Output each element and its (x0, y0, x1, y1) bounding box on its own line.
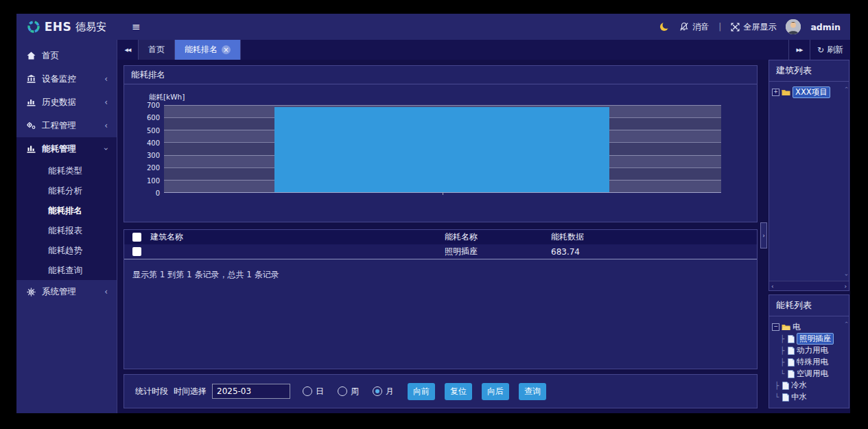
sidebar-item-home[interactable]: 首页 (16, 44, 117, 67)
mute-label: 消音 (692, 21, 709, 33)
avatar[interactable] (786, 19, 801, 34)
cell-energy-value: 683.74 (551, 247, 757, 257)
tree-label-electric[interactable]: 电 (793, 322, 801, 332)
table-panel: 建筑名称 能耗名称 能耗数据 照明插座 683.74 显示第 1 到第 1 条记… (124, 229, 758, 369)
reset-button[interactable]: 复位 (445, 383, 472, 400)
scroll-right-icon[interactable]: › (844, 283, 847, 290)
main-content: 能耗排名 能耗[kWh] 7006005004003002001000 (117, 60, 758, 413)
fullscreen-icon (731, 23, 740, 32)
energy-list-panel: 能耗列表 − 电 ├ (769, 294, 849, 408)
chart-x-tick (443, 192, 443, 195)
chevron-left-icon: ‹ (104, 97, 108, 107)
tree-label-cold-water[interactable]: 冷水 (791, 380, 807, 391)
moon-icon[interactable] (659, 21, 670, 32)
tree-label-hvac[interactable]: 空调用电 (797, 369, 828, 379)
right-sidebar: 建筑列表 + XXX项目 ‹ ‹ (769, 60, 850, 413)
sidebar-item-energy-analysis[interactable]: 能耗分析 (16, 181, 117, 200)
radio-month[interactable]: 月 (373, 386, 394, 397)
col-energy-value: 能耗数据 (551, 231, 757, 243)
chevron-left-icon: ‹ (104, 74, 108, 84)
select-all-checkbox[interactable] (132, 233, 141, 242)
tree-node-lighting[interactable]: ├ 照明插座 (780, 333, 846, 345)
sidebar-item-project-mgmt[interactable]: 工程管理 ‹ (16, 114, 117, 137)
sidebar-item-energy-trend[interactable]: 能耗趋势 (16, 240, 117, 260)
tab-home[interactable]: 首页 (139, 40, 175, 60)
sidebar-item-energy-report[interactable]: 能耗报表 (16, 220, 117, 240)
chevron-left-icon: ‹ (104, 121, 108, 130)
menu-toggle-icon[interactable]: ≡ (132, 21, 141, 33)
splitter-arrow-icon: › (762, 233, 764, 239)
splitter-handle[interactable]: › (760, 222, 767, 248)
building-list-panel: 建筑列表 + XXX项目 ‹ ‹ (769, 60, 849, 291)
query-button[interactable]: 查询 (519, 383, 546, 400)
tree-node-special[interactable]: ├ 特殊用电 (780, 356, 846, 368)
time-input[interactable] (212, 384, 290, 399)
tree-node-hvac[interactable]: └ 空调用电 (780, 368, 846, 380)
expander-icon[interactable]: + (772, 89, 779, 96)
tabs-scroll-right-button[interactable]: ▶▶ (788, 40, 810, 60)
logo-text-brand: 德易安 (75, 21, 106, 34)
app-logo: EHS 德易安 (16, 20, 117, 34)
time-select-label: 时间选择 (174, 386, 207, 397)
chart-plot (164, 105, 721, 193)
sidebar-item-system-mgmt[interactable]: 系统管理 ‹ (16, 280, 117, 303)
tabs-scroll-left-button[interactable]: ◀◀ (117, 40, 139, 60)
sidebar-item-history-data[interactable]: 历史数据 ‹ (16, 91, 117, 114)
tree-node-project[interactable]: + XXX项目 (772, 86, 846, 98)
topbar-actions: 消音 | 全屏显示 (659, 19, 850, 34)
tree-label-power[interactable]: 动力用电 (797, 345, 828, 356)
fullscreen-control[interactable]: 全屏显示 (731, 21, 776, 33)
radio-week[interactable]: 周 (338, 386, 359, 397)
prev-button[interactable]: 向前 (408, 383, 435, 400)
scroll-up-icon[interactable]: ‹ (843, 321, 849, 323)
next-button[interactable]: 向后 (482, 383, 509, 400)
tree-label-project[interactable]: XXX项目 (793, 86, 830, 98)
tab-close-icon[interactable]: × (222, 45, 231, 54)
expander-icon[interactable]: − (772, 323, 779, 331)
topbar-divider: | (718, 22, 721, 32)
left-sidebar: 首页 设备监控 ‹ 历史数据 ‹ (16, 40, 117, 413)
panel-title: 能耗排名 (124, 66, 757, 84)
tree-label-special[interactable]: 特殊用电 (797, 357, 828, 367)
fullscreen-label: 全屏显示 (743, 21, 776, 33)
tree-label-reclaimed-water[interactable]: 中水 (791, 392, 807, 402)
username[interactable]: admin (810, 22, 841, 32)
building-list-title: 建筑列表 (769, 60, 849, 82)
chart-y-tick: 600 (147, 114, 160, 121)
chart-y-axis-label: 能耗[kWh] (149, 93, 757, 102)
row-checkbox[interactable] (132, 247, 141, 256)
radio-day[interactable]: 日 (303, 386, 324, 397)
scroll-down-icon[interactable]: ‹ (843, 274, 849, 276)
scroll-left-icon[interactable]: ‹ (771, 283, 774, 290)
gears-icon (25, 121, 36, 130)
table-header-row: 建筑名称 能耗名称 能耗数据 (124, 230, 757, 244)
table-row[interactable]: 照明插座 683.74 (124, 244, 757, 259)
horizontal-scrollbar[interactable]: ‹ › (769, 281, 849, 290)
chart-bar[interactable] (274, 107, 609, 192)
sidebar-item-device-monitor[interactable]: 设备监控 ‹ (16, 67, 117, 91)
time-controls-panel: 统计时段 时间选择 日 周 月 (124, 374, 758, 408)
tree-node-cold-water[interactable]: ├ 冷水 (775, 380, 846, 391)
tab-energy-ranking[interactable]: 能耗排名 × (175, 40, 241, 60)
energy-chart-icon (25, 145, 36, 153)
sidebar-item-energy-mgmt[interactable]: 能耗管理 ‹ (16, 137, 117, 161)
tabbar: ◀◀ 首页 能耗排名 × ▶▶ ↻ 刷新 (117, 40, 850, 60)
scroll-up-icon[interactable]: ‹ (843, 86, 849, 89)
chevron-down-icon: ‹ (102, 148, 111, 151)
file-icon (782, 393, 789, 402)
mute-control[interactable]: 消音 (679, 21, 709, 33)
chart-y-tick: 100 (147, 176, 160, 184)
tree-node-reclaimed-water[interactable]: └ 中水 (775, 391, 846, 403)
sidebar-item-energy-type[interactable]: 能耗类型 (16, 161, 117, 181)
tree-node-electric[interactable]: − 电 (772, 321, 846, 333)
file-icon (788, 358, 795, 367)
chart-y-tick: 400 (147, 139, 160, 146)
refresh-button[interactable]: ↻ 刷新 (810, 40, 850, 60)
tree-label-lighting[interactable]: 照明插座 (797, 333, 834, 345)
spinner-logo-icon (27, 20, 40, 34)
sidebar-group-energy-mgmt: 能耗管理 ‹ 能耗类型 能耗分析 能耗排名 能耗报表 能耗趋势 能耗查询 (16, 137, 117, 280)
sidebar-item-energy-query[interactable]: 能耗查询 (16, 260, 117, 280)
sidebar-item-energy-ranking[interactable]: 能耗排名 (16, 200, 117, 220)
tree-node-power[interactable]: ├ 动力用电 (780, 345, 846, 356)
chevron-left-icon: ‹ (104, 287, 108, 297)
